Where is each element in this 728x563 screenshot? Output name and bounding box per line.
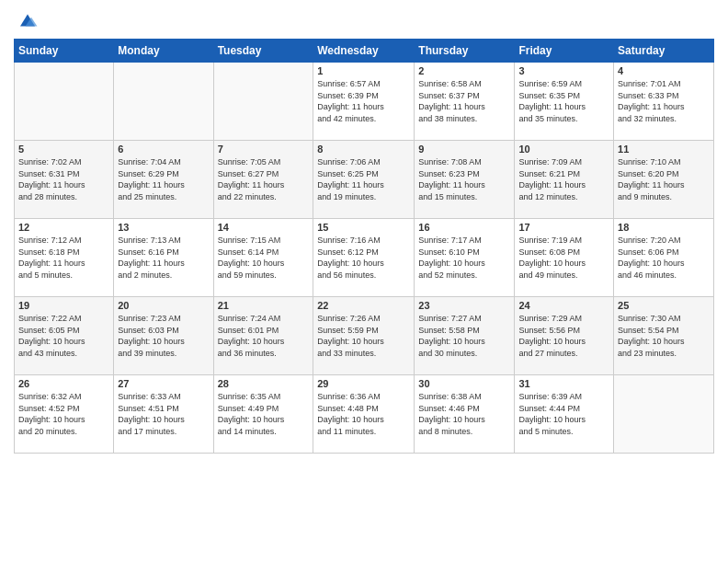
day-number: 27 [118,378,209,389]
day-number: 6 [118,144,209,155]
calendar-cell: 13Sunrise: 7:13 AM Sunset: 6:16 PM Dayli… [114,219,213,297]
calendar-cell: 5Sunrise: 7:02 AM Sunset: 6:31 PM Daylig… [15,141,114,219]
week-row-2: 5Sunrise: 7:02 AM Sunset: 6:31 PM Daylig… [15,141,714,219]
calendar-cell: 24Sunrise: 7:29 AM Sunset: 5:56 PM Dayli… [515,297,614,375]
day-info: Sunrise: 6:39 AM Sunset: 4:44 PM Dayligh… [518,391,609,437]
weekday-header-saturday: Saturday [614,40,714,63]
calendar-cell: 1Sunrise: 6:57 AM Sunset: 6:39 PM Daylig… [313,63,415,141]
day-info: Sunrise: 6:36 AM Sunset: 4:48 PM Dayligh… [317,391,410,437]
day-number: 30 [418,378,510,389]
day-info: Sunrise: 6:38 AM Sunset: 4:46 PM Dayligh… [418,391,510,437]
day-info: Sunrise: 7:09 AM Sunset: 6:21 PM Dayligh… [518,156,609,202]
week-row-3: 12Sunrise: 7:12 AM Sunset: 6:18 PM Dayli… [15,219,714,297]
day-number: 22 [317,300,410,311]
day-info: Sunrise: 7:26 AM Sunset: 5:59 PM Dayligh… [317,313,410,359]
day-info: Sunrise: 7:06 AM Sunset: 6:25 PM Dayligh… [317,156,410,202]
calendar-cell: 28Sunrise: 6:35 AM Sunset: 4:49 PM Dayli… [213,375,313,454]
day-info: Sunrise: 7:08 AM Sunset: 6:23 PM Dayligh… [418,156,510,202]
calendar-cell: 18Sunrise: 7:20 AM Sunset: 6:06 PM Dayli… [614,219,714,297]
weekday-header-tuesday: Tuesday [213,40,313,63]
day-info: Sunrise: 7:27 AM Sunset: 5:58 PM Dayligh… [418,313,510,359]
calendar-cell: 20Sunrise: 7:23 AM Sunset: 6:03 PM Dayli… [114,297,213,375]
week-row-4: 19Sunrise: 7:22 AM Sunset: 6:05 PM Dayli… [15,297,714,375]
header [14,9,714,31]
day-number: 2 [418,65,510,76]
day-info: Sunrise: 7:30 AM Sunset: 5:54 PM Dayligh… [618,313,710,359]
day-number: 8 [317,144,410,155]
calendar-cell: 6Sunrise: 7:04 AM Sunset: 6:29 PM Daylig… [114,141,213,219]
day-info: Sunrise: 7:12 AM Sunset: 6:18 PM Dayligh… [18,235,109,281]
calendar-cell: 7Sunrise: 7:05 AM Sunset: 6:27 PM Daylig… [213,141,313,219]
day-info: Sunrise: 7:20 AM Sunset: 6:06 PM Dayligh… [618,235,710,281]
day-number: 17 [518,222,609,233]
weekday-header-monday: Monday [114,40,213,63]
day-info: Sunrise: 6:32 AM Sunset: 4:52 PM Dayligh… [18,391,109,437]
day-number: 15 [317,222,410,233]
day-info: Sunrise: 7:05 AM Sunset: 6:27 PM Dayligh… [218,156,310,202]
calendar-cell: 29Sunrise: 6:36 AM Sunset: 4:48 PM Dayli… [313,375,415,454]
day-number: 24 [518,300,609,311]
logo [14,9,39,31]
day-number: 9 [418,144,510,155]
day-info: Sunrise: 6:59 AM Sunset: 6:35 PM Dayligh… [518,78,609,124]
calendar-cell [15,63,114,141]
day-info: Sunrise: 7:23 AM Sunset: 6:03 PM Dayligh… [118,313,209,359]
calendar-cell [614,375,714,454]
day-number: 31 [518,378,609,389]
calendar-cell: 27Sunrise: 6:33 AM Sunset: 4:51 PM Dayli… [114,375,213,454]
day-info: Sunrise: 6:58 AM Sunset: 6:37 PM Dayligh… [418,78,510,124]
calendar-cell: 25Sunrise: 7:30 AM Sunset: 5:54 PM Dayli… [614,297,714,375]
calendar-cell: 2Sunrise: 6:58 AM Sunset: 6:37 PM Daylig… [415,63,515,141]
weekday-header-friday: Friday [515,40,614,63]
day-number: 16 [418,222,510,233]
calendar-cell: 10Sunrise: 7:09 AM Sunset: 6:21 PM Dayli… [515,141,614,219]
day-number: 4 [618,65,710,76]
day-info: Sunrise: 7:02 AM Sunset: 6:31 PM Dayligh… [18,156,109,202]
day-info: Sunrise: 7:01 AM Sunset: 6:33 PM Dayligh… [618,78,710,124]
day-number: 3 [518,65,609,76]
day-info: Sunrise: 7:29 AM Sunset: 5:56 PM Dayligh… [518,313,609,359]
calendar-cell: 15Sunrise: 7:16 AM Sunset: 6:12 PM Dayli… [313,219,415,297]
calendar-cell: 31Sunrise: 6:39 AM Sunset: 4:44 PM Dayli… [515,375,614,454]
day-number: 28 [218,378,310,389]
calendar-cell: 23Sunrise: 7:27 AM Sunset: 5:58 PM Dayli… [415,297,515,375]
day-number: 12 [18,222,109,233]
day-info: Sunrise: 6:33 AM Sunset: 4:51 PM Dayligh… [118,391,209,437]
calendar-cell: 21Sunrise: 7:24 AM Sunset: 6:01 PM Dayli… [213,297,313,375]
day-number: 10 [518,144,609,155]
calendar-cell [114,63,213,141]
calendar-cell: 9Sunrise: 7:08 AM Sunset: 6:23 PM Daylig… [415,141,515,219]
day-info: Sunrise: 7:13 AM Sunset: 6:16 PM Dayligh… [118,235,209,281]
calendar: SundayMondayTuesdayWednesdayThursdayFrid… [14,39,714,454]
day-number: 1 [317,65,410,76]
day-number: 20 [118,300,209,311]
day-number: 14 [218,222,310,233]
calendar-cell: 19Sunrise: 7:22 AM Sunset: 6:05 PM Dayli… [15,297,114,375]
day-number: 29 [317,378,410,389]
logo-text [14,9,39,31]
day-number: 7 [218,144,310,155]
day-info: Sunrise: 7:04 AM Sunset: 6:29 PM Dayligh… [118,156,209,202]
week-row-1: 1Sunrise: 6:57 AM Sunset: 6:39 PM Daylig… [15,63,714,141]
day-info: Sunrise: 7:16 AM Sunset: 6:12 PM Dayligh… [317,235,410,281]
calendar-cell: 16Sunrise: 7:17 AM Sunset: 6:10 PM Dayli… [415,219,515,297]
day-info: Sunrise: 7:19 AM Sunset: 6:08 PM Dayligh… [518,235,609,281]
day-number: 25 [618,300,710,311]
calendar-cell [213,63,313,141]
weekday-header-sunday: Sunday [15,40,114,63]
calendar-cell: 30Sunrise: 6:38 AM Sunset: 4:46 PM Dayli… [415,375,515,454]
day-info: Sunrise: 7:22 AM Sunset: 6:05 PM Dayligh… [18,313,109,359]
week-row-5: 26Sunrise: 6:32 AM Sunset: 4:52 PM Dayli… [15,375,714,454]
day-number: 19 [18,300,109,311]
logo-icon [17,9,39,31]
page: SundayMondayTuesdayWednesdayThursdayFrid… [0,0,728,463]
day-number: 5 [18,144,109,155]
weekday-header-row: SundayMondayTuesdayWednesdayThursdayFrid… [15,40,714,63]
calendar-cell: 8Sunrise: 7:06 AM Sunset: 6:25 PM Daylig… [313,141,415,219]
day-info: Sunrise: 7:24 AM Sunset: 6:01 PM Dayligh… [218,313,310,359]
day-info: Sunrise: 6:35 AM Sunset: 4:49 PM Dayligh… [218,391,310,437]
day-number: 13 [118,222,209,233]
weekday-header-wednesday: Wednesday [313,40,415,63]
day-number: 23 [418,300,510,311]
calendar-cell: 11Sunrise: 7:10 AM Sunset: 6:20 PM Dayli… [614,141,714,219]
